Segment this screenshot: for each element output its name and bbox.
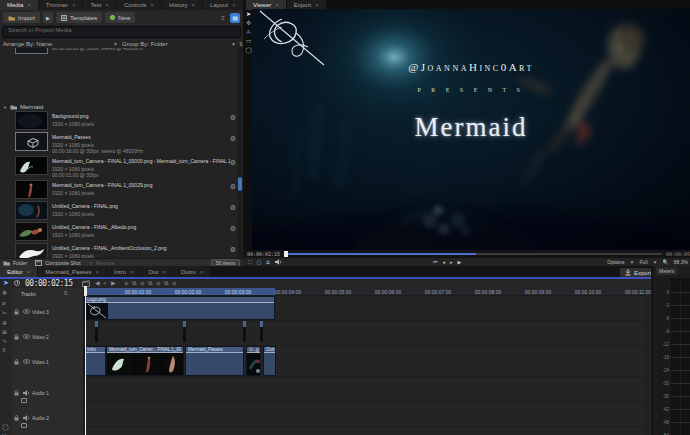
track-video1[interactable]: Video 1 <box>12 355 84 386</box>
close-icon[interactable]: × <box>275 2 279 8</box>
new-folder-button[interactable]: Folder <box>3 260 27 266</box>
speaker-icon[interactable] <box>23 390 30 396</box>
clip-logo[interactable]: Logo.png <box>84 296 275 320</box>
clip-outro[interactable]: Outro <box>263 346 276 376</box>
seek-playhead-marker[interactable] <box>284 251 288 257</box>
clip-sliver[interactable] <box>183 321 186 342</box>
tool-icon[interactable]: ◆ <box>140 280 145 286</box>
media-item[interactable]: Mermaid_turn_Camera - FINAL 1_00029.png … <box>0 179 243 200</box>
speaker-icon[interactable] <box>23 415 30 421</box>
timeline-track-area[interactable]: Logo.png Intro Mermaid_turn_Camer... FIN… <box>84 296 651 435</box>
curve-tool-icon[interactable]: ∿ <box>2 338 7 344</box>
clip-untitled[interactable]: U...g <box>246 346 261 376</box>
import-button[interactable]: Import <box>3 12 40 23</box>
list-view-icon[interactable]: ≡ <box>218 13 228 23</box>
next-edit-icon[interactable]: ▶ <box>111 280 116 286</box>
play-icon[interactable]: ▶ <box>458 260 462 265</box>
tab-media[interactable]: Media× <box>0 0 38 10</box>
overlay-grid-icon[interactable]: ⧉ <box>266 260 270 265</box>
track-video3[interactable]: Video 3 <box>12 305 84 330</box>
prev-frame-icon[interactable]: ◂ <box>443 260 446 265</box>
gear-icon[interactable]: ⚙ <box>230 114 236 121</box>
lock-icon[interactable] <box>14 334 19 340</box>
media-item[interactable]: Mermaid_Passes 1920 × 1080 pixels 00:00:… <box>0 131 243 155</box>
track-audio1[interactable]: Audio 1 <box>12 386 84 411</box>
close-icon[interactable]: × <box>150 2 154 8</box>
clip-sliver[interactable] <box>243 321 246 342</box>
grid-view-icon[interactable]: ▤ <box>230 13 240 23</box>
eye-icon[interactable] <box>23 334 30 339</box>
clip-intro[interactable]: Intro <box>84 346 106 376</box>
media-item[interactable]: Mermaid_turn_Camera - FINAL 1_00000.png … <box>0 155 243 179</box>
tab-mermaid-passes[interactable]: Mermaid_Passes× <box>38 266 106 277</box>
media-item[interactable]: Untitled_Camera - FINAL_AmbientOcclusion… <box>0 242 243 258</box>
lock-icon[interactable] <box>14 415 19 421</box>
close-icon[interactable]: × <box>27 269 31 275</box>
track-audio2[interactable]: Audio 2 <box>12 411 84 435</box>
tool-icon[interactable]: ◼ <box>164 280 169 286</box>
tab-outro[interactable]: Outro× <box>174 266 211 277</box>
hand-tool-icon[interactable]: ✥ <box>2 290 7 296</box>
options-dropdown[interactable]: Options <box>607 259 624 265</box>
speaker-icon[interactable] <box>275 259 282 265</box>
tab-editor[interactable]: Editor× <box>0 266 37 277</box>
select-tool-icon[interactable]: ➤ <box>246 11 251 17</box>
tab-trimmer[interactable]: Trimmer× <box>39 0 83 10</box>
templates-button[interactable]: Templates <box>56 12 102 23</box>
import-arrow-button[interactable]: ▶ <box>43 12 53 23</box>
media-item[interactable]: Untitled_Camera - FINAL.png 1920 × 1080 … <box>0 200 243 221</box>
track-video2[interactable]: Video 2 <box>12 330 84 355</box>
expand-triangle-icon[interactable]: ▼ <box>3 105 7 110</box>
tool-icon[interactable]: ◼ <box>132 280 137 286</box>
close-icon[interactable]: × <box>315 2 319 8</box>
clip-mermaid-passes[interactable]: Mermaid_Passes <box>185 346 244 376</box>
close-icon[interactable]: × <box>232 2 236 8</box>
scale-dropdown[interactable]: Full <box>640 259 648 265</box>
remove-button[interactable]: ⊘ Remove <box>89 260 115 266</box>
loop-tool-icon[interactable]: ϑ <box>2 347 5 353</box>
fit-screen-icon[interactable]: ⛶ <box>248 260 252 265</box>
tab-history[interactable]: History× <box>162 0 202 10</box>
viewer-seek-track[interactable] <box>284 253 662 255</box>
composite-shot-button[interactable]: Composite Shot <box>35 260 81 266</box>
zoom-level[interactable]: 88.3% <box>674 259 688 265</box>
select-tool-icon[interactable]: ➤ <box>3 279 9 287</box>
frame-box-icon[interactable]: ▢ <box>257 260 262 265</box>
arrange-by-dropdown[interactable]: Arrange By: Name <box>3 41 52 47</box>
tab-text[interactable]: Text× <box>83 0 116 10</box>
close-icon[interactable]: × <box>192 2 196 8</box>
close-icon[interactable]: × <box>96 269 100 275</box>
clip-sliver[interactable] <box>95 321 98 342</box>
close-icon[interactable]: × <box>27 2 31 8</box>
gear-icon[interactable]: ⚙ <box>230 246 236 253</box>
close-icon[interactable]: × <box>200 269 204 275</box>
next-frame-icon[interactable]: ▸ <box>450 260 453 265</box>
sync-icon[interactable] <box>21 423 27 428</box>
lock-icon[interactable] <box>14 359 19 365</box>
close-icon[interactable]: × <box>72 2 76 8</box>
eye-icon[interactable] <box>23 309 30 314</box>
circle-tool-icon[interactable]: ◯ <box>2 424 9 430</box>
link-tool-icon[interactable]: ⌀ <box>2 300 6 306</box>
tab-intro[interactable]: Intro× <box>107 266 141 277</box>
text-tool-icon[interactable]: A <box>246 29 250 35</box>
tool-icon[interactable]: ◆ <box>156 280 161 286</box>
marker-icon[interactable]: ● <box>103 280 107 286</box>
eye-icon[interactable] <box>23 359 30 364</box>
grid-tool-icon[interactable]: ⊞ <box>2 329 7 335</box>
clip-sliver[interactable] <box>260 321 263 342</box>
lock-icon[interactable] <box>14 390 19 396</box>
sync-icon[interactable] <box>21 398 27 403</box>
tab-out[interactable]: Out× <box>142 266 173 277</box>
move-tool-icon[interactable]: ⊕ <box>2 320 7 326</box>
group-by-dropdown[interactable]: Group By: Folder <box>122 41 168 47</box>
lock-icon[interactable] <box>14 309 19 315</box>
tab-layout[interactable]: Layout× <box>203 0 243 10</box>
gear-icon[interactable]: ⚙ <box>230 159 236 166</box>
tool-icon[interactable]: ◼ <box>148 280 153 286</box>
prev-edit-icon[interactable]: ◀ <box>95 280 100 286</box>
video-preview[interactable]: @JoannaHinc0Art P R E S E N T S Mermaid <box>252 9 690 250</box>
close-icon[interactable]: × <box>130 269 134 275</box>
playhead[interactable] <box>85 286 86 435</box>
editor-timecode[interactable]: 00:00:02:15 <box>25 279 72 288</box>
